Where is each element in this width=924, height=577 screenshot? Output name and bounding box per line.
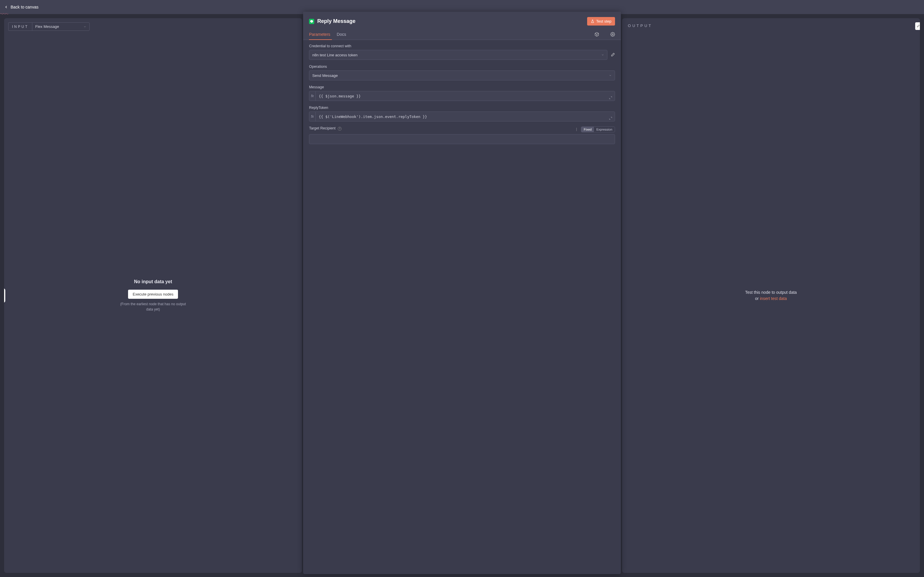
- execute-previous-nodes-button[interactable]: Execute previous nodes: [128, 290, 178, 299]
- tab-docs[interactable]: Docs: [337, 29, 346, 40]
- pencil-icon[interactable]: [610, 53, 615, 57]
- test-step-label: Test step: [596, 19, 612, 24]
- credential-select[interactable]: n8n test Line access token: [309, 50, 607, 60]
- target-recipient-input[interactable]: [309, 134, 615, 144]
- maximize-icon[interactable]: [609, 96, 612, 100]
- chevron-down-icon: [609, 74, 612, 77]
- fx-badge: fx: [309, 112, 316, 121]
- operations-select[interactable]: Send Message: [309, 71, 615, 81]
- svg-point-3: [577, 130, 577, 131]
- help-icon[interactable]: ?: [338, 127, 342, 131]
- reply-token-expression-input[interactable]: fx {{ $('LineWebhook').item.json.event.r…: [309, 111, 615, 121]
- svg-point-0: [612, 34, 613, 35]
- field-credential: Credential to connect with n8n test Line…: [309, 44, 615, 60]
- field-message: Message fx {{ $json.message }}: [309, 85, 615, 101]
- toggle-fixed[interactable]: Fixed: [581, 127, 594, 132]
- back-to-canvas-link[interactable]: Back to canvas: [4, 5, 39, 10]
- input-empty-hint: (From the earliest node that has no outp…: [119, 302, 187, 312]
- field-target-recipient: Target Recipient ? Fixed Expression: [309, 126, 615, 144]
- reply-token-label: ReplyToken: [309, 106, 615, 110]
- package-icon[interactable]: [594, 32, 599, 37]
- node-editor-panel: Reply Message Test step Parameters Docs …: [303, 12, 621, 574]
- input-pane: INPUT Flex Message No input data yet Exe…: [4, 18, 302, 573]
- output-pane: OUTPUT Test this node to output data or …: [622, 18, 920, 573]
- flask-icon: [591, 19, 594, 23]
- output-empty-line1: Test this node to output data: [745, 289, 797, 295]
- field-operations: Operations Send Message: [309, 64, 615, 81]
- field-reply-token: ReplyToken fx {{ $('LineWebhook').item.j…: [309, 106, 615, 121]
- fx-badge: fx: [309, 91, 316, 101]
- credential-label: Credential to connect with: [309, 44, 615, 48]
- line-logo-icon: [309, 19, 314, 24]
- toggle-expression[interactable]: Expression: [594, 127, 614, 132]
- node-title: Reply Message: [317, 18, 584, 24]
- gear-icon[interactable]: [610, 32, 615, 37]
- output-or: or: [755, 296, 760, 301]
- tab-parameters[interactable]: Parameters: [309, 29, 330, 40]
- svg-point-1: [577, 128, 577, 128]
- insert-test-data-link[interactable]: insert test data: [760, 296, 787, 301]
- reply-token-expression-value: {{ $('LineWebhook').item.json.event.repl…: [316, 114, 609, 119]
- svg-point-2: [577, 129, 577, 130]
- message-expression-input[interactable]: fx {{ $json.message }}: [309, 91, 615, 101]
- fixed-expression-toggle[interactable]: Fixed Expression: [581, 126, 615, 132]
- chevron-down-icon: [601, 53, 604, 56]
- credential-value: n8n test Line access token: [312, 53, 357, 57]
- back-label: Back to canvas: [11, 5, 39, 10]
- input-empty-title: No input data yet: [134, 279, 172, 284]
- target-label: Target Recipient ?: [309, 126, 342, 131]
- kebab-icon[interactable]: [575, 127, 578, 132]
- operations-value: Send Message: [312, 73, 338, 78]
- operations-label: Operations: [309, 64, 615, 69]
- maximize-icon[interactable]: [609, 116, 612, 120]
- message-expression-value: {{ $json.message }}: [316, 94, 609, 98]
- arrow-left-icon: [4, 5, 8, 9]
- test-step-button[interactable]: Test step: [587, 17, 615, 26]
- message-label: Message: [309, 85, 615, 89]
